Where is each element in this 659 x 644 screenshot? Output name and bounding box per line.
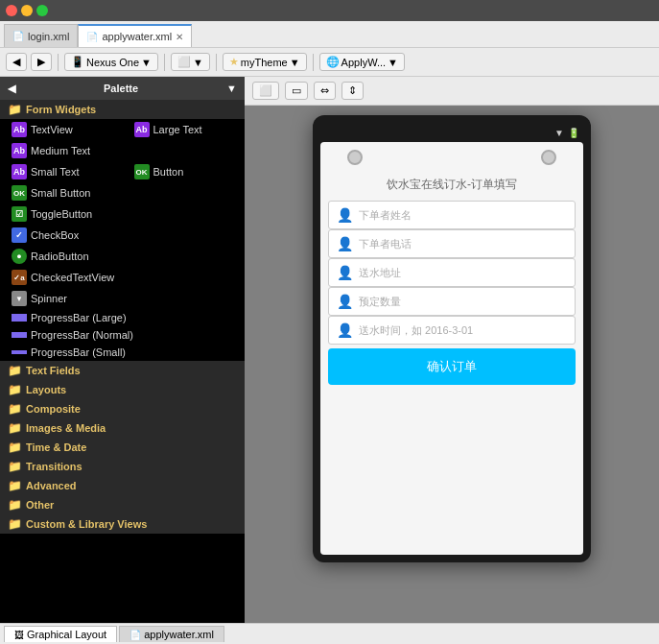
maximize-window-btn[interactable] <box>36 5 48 16</box>
togglebutton-label: ToggleButton <box>31 208 92 220</box>
app-selector[interactable]: 🌐 ApplyW... ▼ <box>319 53 405 71</box>
palette-item-small-button[interactable]: OK Small Button <box>0 182 245 203</box>
input-name[interactable]: 👤 下单者姓名 <box>328 201 576 229</box>
user-icon-1: 👤 <box>337 207 353 223</box>
arrow-left-icon[interactable]: ◀ <box>8 83 15 95</box>
layouts-label: Layouts <box>26 384 66 395</box>
checkedtextview-label: CheckedTextView <box>31 272 114 283</box>
back-button[interactable]: ◀ <box>6 53 27 71</box>
tab-applywater-xml[interactable]: 📄 applywater.xml <box>119 626 224 642</box>
section-advanced[interactable]: 📁 Advanced <box>0 476 245 495</box>
palette-item-medium-text[interactable]: Ab Medium Text <box>0 140 245 161</box>
section-composite[interactable]: 📁 Composite <box>0 399 245 418</box>
confirm-button[interactable]: 确认订单 <box>328 348 576 385</box>
tab-login[interactable]: 📄 login.xml <box>4 24 78 47</box>
phone-screen: 饮水宝在线订水-订单填写 👤 下单者姓名 👤 下单者电话 👤 送 <box>320 142 583 555</box>
chevron-down-icon4: ▼ <box>388 57 398 68</box>
input-address[interactable]: 👤 送水地址 <box>328 258 576 287</box>
tab-graphical-layout[interactable]: 🖼 Graphical Layout <box>4 626 117 642</box>
palette-item-spinner[interactable]: ▼ Spinner <box>0 288 245 309</box>
layout-expand-btn[interactable]: ⇕ <box>341 82 364 100</box>
spinner-label: Spinner <box>31 293 67 304</box>
section-form-widgets[interactable]: 📁 Form Widgets <box>0 100 245 119</box>
input-name-placeholder: 下单者姓名 <box>359 208 412 223</box>
xml-file-icon: 📄 <box>129 630 141 640</box>
close-window-btn[interactable] <box>6 5 17 16</box>
device-label: Nexus One <box>86 57 139 68</box>
palette-item-togglebutton[interactable]: ☑ ToggleButton <box>0 203 245 225</box>
tab-applywater[interactable]: 📄 applywater.xml ✕ <box>78 24 192 47</box>
checkbox-label: CheckBox <box>31 229 79 241</box>
palette-item-checkedtextview[interactable]: ✓a CheckedTextView <box>0 267 245 288</box>
palette-item-small-text[interactable]: Ab Small Text <box>0 161 123 182</box>
input-address-placeholder: 送水地址 <box>359 266 401 280</box>
notebook-holes <box>328 146 576 173</box>
section-text-fields[interactable]: 📁 Text Fields <box>0 361 245 380</box>
input-quantity-placeholder: 预定数量 <box>359 295 401 309</box>
input-time[interactable]: 👤 送水时间，如 2016-3-01 <box>328 316 576 345</box>
forward-button[interactable]: ▶ <box>31 53 52 71</box>
app-container: 饮水宝在线订水-订单填写 👤 下单者姓名 👤 下单者电话 👤 送 <box>320 142 583 555</box>
palette-item-large-text[interactable]: Ab Large Text <box>123 119 246 140</box>
textview-icon: Ab <box>12 122 27 137</box>
hole-right <box>541 150 556 165</box>
medium-text-icon: Ab <box>12 143 27 158</box>
checked-icon: ✓a <box>12 270 27 285</box>
input-phone[interactable]: 👤 下单者电话 <box>328 229 576 258</box>
text-fields-label: Text Fields <box>26 365 81 376</box>
confirm-label: 确认订单 <box>427 359 477 373</box>
separator2 <box>164 54 165 71</box>
graphical-icon: 🖼 <box>14 630 24 640</box>
title-bar <box>0 0 659 21</box>
phone-outer: ▼ 🔋 饮水宝在线订水-订单填写 <box>313 115 591 562</box>
theme-label: myTheme <box>241 57 288 68</box>
screen-size-selector[interactable]: ⬜ ▼ <box>171 53 210 71</box>
palette-item-progressbar-large[interactable]: ProgressBar (Large) <box>0 309 245 326</box>
composite-label: Composite <box>26 403 81 415</box>
tab-login-label: login.xml <box>28 31 69 42</box>
main-area: ◀ Palette ▼ 📁 Form Widgets Ab TextView A… <box>0 77 659 623</box>
folder-icon-images: 📁 <box>8 421 22 435</box>
separator4 <box>313 54 314 71</box>
palette-item-checkbox[interactable]: ✓ CheckBox <box>0 225 245 246</box>
palette-item-progressbar-small[interactable]: ProgressBar (Small) <box>0 344 245 361</box>
chevron-down-icon2: ▼ <box>193 57 203 68</box>
layout-portrait-btn[interactable]: ⬜ <box>252 82 279 100</box>
small-text-label: Small Text <box>31 166 80 178</box>
folder-icon: 📁 <box>8 103 22 116</box>
app-label: ApplyW... <box>341 57 386 68</box>
small-text-icon: Ab <box>12 164 27 179</box>
preview-toolbar: ⬜ ▭ ⇔ ⇕ <box>245 77 659 106</box>
button-label: Button <box>153 166 184 178</box>
palette-item-textview[interactable]: Ab TextView <box>0 119 123 140</box>
section-transitions[interactable]: 📁 Transitions <box>0 457 245 476</box>
minimize-window-btn[interactable] <box>21 5 33 16</box>
section-layouts[interactable]: 📁 Layouts <box>0 380 245 399</box>
section-custom-library[interactable]: 📁 Custom & Library Views <box>0 514 245 534</box>
section-other[interactable]: 📁 Other <box>0 495 245 514</box>
input-phone-placeholder: 下单者电话 <box>359 237 412 251</box>
arrow-down-icon[interactable]: ▼ <box>226 83 237 94</box>
layout-fit-btn[interactable]: ⇔ <box>314 82 336 100</box>
palette-item-radiobutton[interactable]: ● RadioButton <box>0 246 245 267</box>
device-selector[interactable]: 📱 Nexus One ▼ <box>64 53 158 71</box>
section-time-date[interactable]: 📁 Time & Date <box>0 438 245 457</box>
radio-icon: ● <box>12 249 27 264</box>
large-text-icon: Ab <box>134 122 150 137</box>
input-quantity[interactable]: 👤 预定数量 <box>328 287 576 316</box>
preview-panel: ⬜ ▭ ⇔ ⇕ ▼ 🔋 <box>245 77 659 623</box>
palette-item-button[interactable]: OK Button <box>123 161 246 182</box>
battery-icon: 🔋 <box>568 128 579 138</box>
palette-item-progressbar-normal[interactable]: ProgressBar (Normal) <box>0 326 245 344</box>
layout-landscape-btn[interactable]: ▭ <box>285 82 308 100</box>
back-icon: ◀ <box>12 56 20 68</box>
applywater-xml-label: applywater.xml <box>144 629 214 640</box>
tab-close-icon[interactable]: ✕ <box>176 32 183 42</box>
large-text-label: Large Text <box>153 124 202 135</box>
chevron-down-icon: ▼ <box>141 57 152 68</box>
progressbar-large-icon <box>12 314 27 322</box>
section-images-media[interactable]: 📁 Images & Media <box>0 418 245 438</box>
theme-selector[interactable]: ★ myTheme ▼ <box>223 53 307 71</box>
palette-content[interactable]: 📁 Form Widgets Ab TextView Ab Large Text… <box>0 100 245 623</box>
star-icon: ★ <box>229 56 239 68</box>
